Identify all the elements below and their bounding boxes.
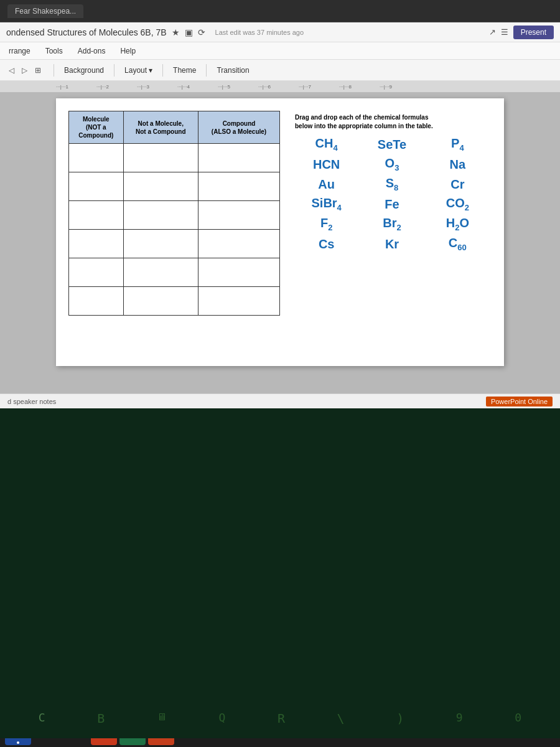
col-header-compound: Compound(ALSO a Molecule) (198, 111, 280, 144)
menu-addons[interactable]: Add-ons (75, 45, 108, 57)
layout-button[interactable]: Layout ▾ (119, 64, 157, 77)
table-row[interactable] (69, 144, 280, 172)
star-icon[interactable]: ★ (172, 27, 180, 37)
nav-forward-icon[interactable]: ▷ (19, 65, 30, 76)
table-cell[interactable] (198, 258, 280, 287)
table-cell[interactable] (198, 172, 280, 201)
ruler-mark-7: ···|···7 (299, 84, 311, 90)
table-row[interactable] (69, 258, 280, 287)
key-r: R (278, 711, 285, 726)
col-header-molecule: Molecule(NOT aCompound) (69, 111, 124, 144)
slide[interactable]: Molecule(NOT aCompound) Not a Molecule,N… (56, 98, 504, 366)
formula-grid: CH4 SeTe P4 HCN (295, 137, 489, 251)
cloud-icon[interactable]: ⟳ (198, 27, 205, 37)
formula-na[interactable]: Na (426, 158, 489, 171)
formula-co2[interactable]: CO2 (426, 197, 489, 212)
doc-title: ondensed Structures of Molecules 6B, 7B (6, 27, 167, 37)
formula-h2o[interactable]: H2O (426, 217, 489, 232)
formula-fe[interactable]: Fe (360, 198, 423, 210)
table-cell[interactable] (123, 172, 198, 201)
formula-au[interactable]: Au (295, 178, 358, 190)
formula-cs[interactable]: Cs (295, 238, 358, 250)
table-cell[interactable] (69, 230, 124, 258)
monitor-icon[interactable]: ▣ (185, 27, 193, 37)
formula-hcn[interactable]: HCN (295, 158, 358, 171)
title-bar-left: ondensed Structures of Molecules 6B, 7B … (6, 27, 304, 37)
table-cell[interactable] (69, 287, 124, 316)
table-cell[interactable] (198, 230, 280, 258)
slide-content: Molecule(NOT aCompound) Not a Molecule,N… (68, 111, 492, 354)
ruler-mark-5: ···|···5 (218, 84, 230, 90)
theme-button[interactable]: Theme (168, 64, 201, 77)
taskbar-dot (17, 741, 19, 744)
table-cell[interactable] (198, 287, 280, 316)
toolbar-nav: ◁ ▷ ⊞ (6, 65, 44, 76)
table-row[interactable] (69, 172, 280, 201)
key-9: 9 (456, 711, 463, 726)
status-left: d speaker notes (7, 398, 56, 405)
app-window: ondensed Structures of Molecules 6B, 7B … (0, 22, 560, 408)
ruler-mark-1: ···|···1 (56, 84, 68, 90)
formula-br2[interactable]: Br2 (360, 217, 423, 232)
nav-plus-icon[interactable]: ⊞ (32, 65, 44, 76)
title-bar-right: ↗ ☰ Present (489, 26, 554, 39)
title-bar: ondensed Structures of Molecules 6B, 7B … (0, 22, 560, 42)
ruler-mark-4: ···|···4 (177, 84, 190, 90)
table-cell[interactable] (123, 144, 198, 172)
table-cell[interactable] (123, 230, 198, 258)
ruler: ···|···1 ···|···2 ···|···3 ···|···4 ···|… (0, 81, 560, 92)
background-button[interactable]: Background (59, 64, 109, 77)
table-cell[interactable] (198, 201, 280, 230)
slide-area: Molecule(NOT aCompound) Not a Molecule,N… (0, 92, 560, 393)
menu-tools[interactable]: Tools (43, 45, 65, 57)
ruler-mark-3: ···|···3 (137, 84, 149, 90)
key-b: B (97, 711, 105, 726)
formula-section: Drag and drop each of the chemical formu… (292, 111, 492, 354)
formula-sibr4[interactable]: SiBr4 (295, 197, 358, 212)
table-row[interactable] (69, 230, 280, 258)
table-cell[interactable] (123, 201, 198, 230)
main-area: Molecule(NOT aCompound) Not a Molecule,N… (0, 92, 560, 393)
menu-help[interactable]: Help (118, 45, 138, 57)
formula-kr[interactable]: Kr (360, 238, 423, 250)
formula-p4[interactable]: P4 (426, 137, 489, 152)
key-arrow: \ (337, 711, 345, 726)
ruler-mark-9: ···|···9 (380, 84, 392, 90)
formula-ch4[interactable]: CH4 (295, 137, 358, 152)
table-cell[interactable] (69, 172, 124, 201)
toolbar-sep-4 (206, 64, 207, 77)
table-cell[interactable] (69, 144, 124, 172)
toolbar-sep-1 (54, 64, 54, 77)
table-row[interactable] (69, 201, 280, 230)
last-edit-text: Last edit was 37 minutes ago (215, 29, 304, 36)
formula-f2[interactable]: F2 (295, 217, 358, 232)
formula-sete[interactable]: SeTe (360, 138, 423, 151)
key-c: C (39, 711, 45, 726)
table-cell[interactable] (123, 287, 198, 316)
layout-label: Layout (124, 66, 147, 75)
menu-arrange[interactable]: rrange (6, 45, 33, 57)
speaker-notes-text[interactable]: d speaker notes (7, 398, 56, 405)
layout-chevron-icon: ▾ (149, 66, 152, 75)
table-cell[interactable] (198, 144, 280, 172)
toolbar-sep-3 (162, 64, 163, 77)
status-bar: d speaker notes PowerPoint Online (0, 393, 560, 408)
table-cell[interactable] (69, 201, 124, 230)
table-cell[interactable] (69, 258, 124, 287)
expand-icon[interactable]: ↗ (489, 27, 496, 37)
formula-o3[interactable]: O3 (360, 157, 423, 172)
table-cell[interactable] (123, 258, 198, 287)
dark-area: C B 🖥 Q R \ ) 9 0 (0, 408, 560, 738)
nav-back-icon[interactable]: ◁ (6, 65, 17, 76)
browser-tab[interactable]: Fear Shakespea... (7, 4, 83, 18)
ruler-mark-6: ···|···6 (258, 84, 271, 90)
menu-icon[interactable]: ☰ (501, 27, 508, 37)
key-paren: ) (396, 711, 404, 726)
present-button[interactable]: Present (513, 26, 554, 39)
table-section: Molecule(NOT aCompound) Not a Molecule,N… (68, 111, 280, 354)
formula-c60[interactable]: C60 (426, 237, 489, 251)
formula-s8[interactable]: S8 (360, 177, 423, 192)
transition-button[interactable]: Transition (212, 64, 254, 77)
table-row[interactable] (69, 287, 280, 316)
formula-cr[interactable]: Cr (426, 178, 489, 190)
